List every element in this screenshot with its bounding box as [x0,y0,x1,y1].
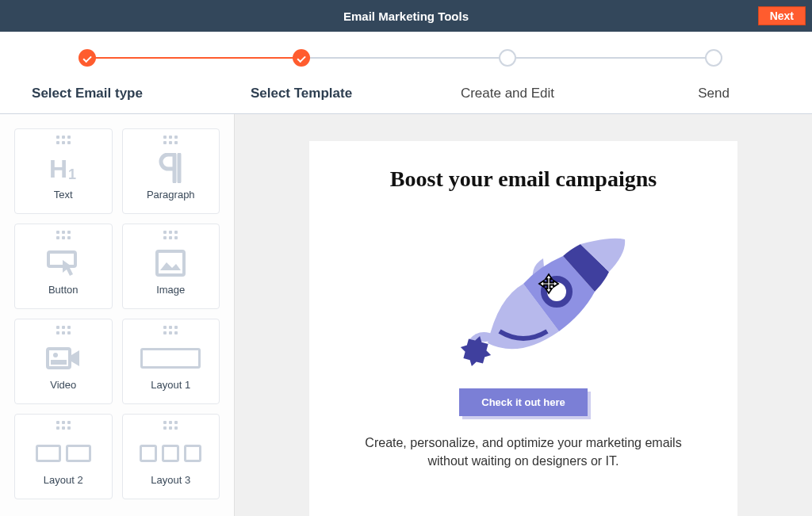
svg-rect-3 [157,251,184,275]
stepper: Select Email type Select Template Create… [0,32,812,114]
tool-label: Layout 1 [151,379,190,391]
step-1[interactable]: Select Email type [24,49,151,101]
move-cursor-icon [538,273,560,295]
step-4[interactable]: Send [650,49,777,101]
tool-label: Layout 3 [151,474,190,486]
svg-rect-2 [48,252,75,266]
tool-layout-3[interactable]: Layout 3 [122,414,220,499]
tool-button[interactable]: Button [14,224,113,309]
tool-label: Layout 2 [44,474,83,486]
tool-label: Paragraph [147,189,195,201]
step-3-circle-icon [499,49,516,67]
drag-handle-icon [56,136,71,144]
rocket-illustration[interactable] [341,212,706,379]
svg-rect-6 [51,360,67,365]
drag-handle-icon [56,231,71,239]
app-header: Email Marketing Tools Next [0,0,812,32]
email-body-text[interactable]: Create, personalize, and optimize your m… [365,434,682,470]
drag-handle-icon [163,136,178,144]
svg-text:H: H [49,155,67,183]
pilcrow-icon [159,151,182,185]
email-preview[interactable]: Boost your email campaigns [309,141,737,516]
layout-2-icon [36,436,91,471]
step-4-label: Send [650,86,777,101]
tool-label: Video [50,379,76,391]
tool-image[interactable]: Image [122,224,220,309]
video-icon [45,341,82,376]
tool-sidebar: H1 Text Paragraph [0,114,235,516]
tool-label: Image [156,284,185,296]
step-4-circle-icon [705,49,722,67]
drag-handle-icon [56,326,71,334]
email-cta-button[interactable]: Check it out here [459,388,587,416]
svg-point-5 [53,353,58,357]
tool-text[interactable]: H1 Text [14,128,113,214]
step-2[interactable]: Select Template [238,49,365,101]
next-button[interactable]: Next [758,6,806,25]
svg-rect-4 [48,349,70,368]
drag-handle-icon [163,421,178,430]
step-1-label: Select Email type [24,86,151,101]
step-2-label: Select Template [238,86,365,101]
canvas-area[interactable]: Boost your email campaigns [235,114,812,516]
step-3[interactable]: Create and Edit [444,49,571,101]
tool-label: Text [54,189,73,201]
step-3-label: Create and Edit [444,86,571,101]
main-area: H1 Text Paragraph [0,114,812,516]
tool-layout-1[interactable]: Layout 1 [122,319,220,404]
image-icon [155,246,186,281]
step-2-check-icon [293,49,310,67]
drag-handle-icon [56,421,71,430]
tool-paragraph[interactable]: Paragraph [122,128,220,214]
drag-handle-icon [163,326,178,334]
header-title: Email Marketing Tools [343,10,469,23]
email-headline[interactable]: Boost your email campaigns [341,166,706,192]
layout-1-icon [140,341,201,376]
heading-icon: H1 [46,151,81,185]
button-icon [45,246,82,281]
drag-handle-icon [163,231,178,239]
tool-label: Button [48,284,79,296]
svg-text:1: 1 [68,166,76,182]
tool-video[interactable]: Video [14,319,113,404]
step-1-check-icon [79,49,96,67]
layout-3-icon [140,436,201,471]
tool-layout-2[interactable]: Layout 2 [14,414,113,499]
